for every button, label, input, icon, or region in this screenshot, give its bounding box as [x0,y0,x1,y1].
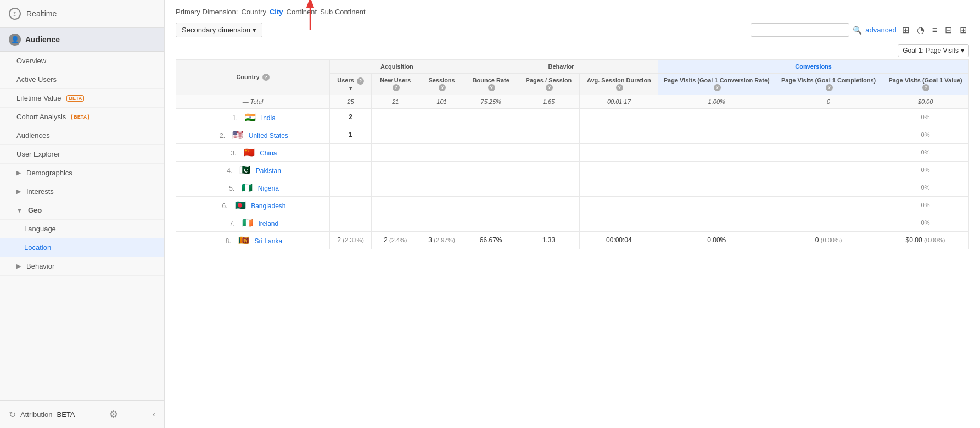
pakistan-avg [580,161,658,179]
sidebar-item-user-explorer[interactable]: User Explorer [0,145,164,164]
country-link-srilanka[interactable]: Sri Lanka [254,237,282,245]
goal-dropdown-button[interactable]: Goal 1: Page Visits ▾ [898,44,969,57]
pages-session-help-icon[interactable]: ? [546,84,553,91]
sidebar-attribution[interactable]: ↻ Attribution BETA [9,409,75,420]
china-completions [775,143,882,161]
sidebar-item-geo[interactable]: ▼ Geo [0,201,164,220]
country-link-china[interactable]: China [260,149,277,157]
india-sessions [419,108,464,126]
adjust-view-btn[interactable]: ⊟ [943,24,954,36]
nigeria-sessions [419,179,464,196]
collapse-sidebar-btn[interactable]: ‹ [153,409,155,419]
goal-dropdown-arrow: ▾ [961,47,964,54]
sidebar-item-overview[interactable]: Overview [0,52,164,70]
completions-help-icon[interactable]: ? [826,84,833,91]
geo-arrow: ▼ [16,207,23,214]
us-avg [580,126,658,143]
pakistan-bounce [464,161,518,179]
dim-city-link[interactable]: City [270,8,283,16]
new-users-help-icon[interactable]: ? [393,84,400,91]
dim-country-link[interactable]: Country [241,8,266,16]
india-rate [658,108,775,126]
col-header-country: Country ? [176,60,330,95]
country-link-pakistan[interactable]: Pakistan [256,167,281,175]
value-help-icon[interactable]: ? [922,84,929,91]
sidebar-item-demographics[interactable]: ▶ Demographics [0,164,164,182]
country-link-india[interactable]: India [261,114,276,122]
attribution-icon: ↻ [9,409,16,420]
rate-help-icon[interactable]: ? [714,84,721,91]
bounce-rate-help-icon[interactable]: ? [488,84,495,91]
table-row: 7. 🇮🇪 Ireland 0% [176,214,969,231]
total-bounce-rate: 75.25% [464,95,518,108]
srilanka-completions: 0 (0.00%) [775,231,882,249]
country-link-bangladesh[interactable]: Bangladesh [251,202,285,210]
country-link-us[interactable]: United States [249,132,288,140]
bangladesh-pages [518,196,580,214]
avg-session-help-icon[interactable]: ? [616,84,623,91]
toolbar-right: 🔍 advanced ⊞ ◔ ≡ ⊟ ⊞ [751,23,969,37]
row-num-pakistan: 4. [225,167,234,175]
india-completions [775,108,882,126]
bangladesh-new-users [372,196,419,214]
sidebar-realtime-section: ⏱ Realtime [0,0,164,28]
sidebar-item-audiences[interactable]: Audiences [0,126,164,145]
country-cell-ireland: 7. 🇮🇪 Ireland [176,214,330,231]
flag-ireland: 🇮🇪 [242,218,253,227]
country-link-ireland[interactable]: Ireland [258,220,278,227]
language-label: Language [24,225,56,233]
bangladesh-users [330,196,372,214]
sidebar-audience-header[interactable]: 👤 Audience [0,28,164,52]
row-num-bangladesh: 6. [220,202,229,210]
total-value: $0.00 [882,95,969,108]
nigeria-users [330,179,372,196]
total-label: — Total [176,95,330,108]
row-num-srilanka: 8. [223,237,233,245]
srilanka-value: $0.00 (0.00%) [882,231,969,249]
dim-subcontinent-link[interactable]: Sub Continent [320,8,365,16]
bangladesh-bounce [464,196,518,214]
sidebar-item-interests[interactable]: ▶ Interests [0,182,164,201]
pakistan-rate [658,161,775,179]
bangladesh-value: 0% [882,196,969,214]
sidebar-item-language[interactable]: Language [0,220,164,238]
search-button[interactable]: 🔍 [853,26,862,35]
sidebar-item-cohort-analysis[interactable]: Cohort Analysis BETA [0,108,164,126]
advanced-link[interactable]: advanced [865,26,896,34]
table-row: 4. 🇵🇰 Pakistan 0% [176,161,969,179]
sidebar-item-behavior[interactable]: ▶ Behavior [0,257,164,276]
col-header-conversions: Conversions [658,60,969,74]
pakistan-completions [775,161,882,179]
sessions-help-icon[interactable]: ? [439,84,446,91]
list-view-btn[interactable]: ≡ [930,24,939,36]
flag-nigeria: 🇳🇬 [242,183,253,192]
table-row: 2. 🇺🇸 United States 1 0% [176,126,969,143]
demographics-arrow: ▶ [16,169,21,176]
col-header-new-users: New Users ? [372,74,419,95]
pie-view-btn[interactable]: ◔ [915,24,927,36]
sidebar-item-location[interactable]: Location [0,238,164,257]
sidebar-audience-label: Audience [25,35,60,44]
primary-dimension-bar: Primary Dimension: Country City Continen… [165,0,980,19]
china-users [330,143,372,161]
dim-continent-link[interactable]: Continent [287,8,317,16]
country-help-icon[interactable]: ? [262,74,270,81]
cohort-analysis-beta: BETA [71,114,89,120]
sidebar-item-lifetime-value[interactable]: Lifetime Value BETA [0,89,164,108]
table-area: Goal 1: Page Visits ▾ Country ? Acquisit… [165,42,980,428]
grid-view-btn[interactable]: ⊞ [900,24,911,36]
audience-icon: 👤 [9,34,21,46]
realtime-icon: ⏱ [9,8,21,20]
table-view-btn[interactable]: ⊞ [957,24,969,36]
country-cell-bangladesh: 6. 🇧🇩 Bangladesh [176,196,330,214]
country-link-nigeria[interactable]: Nigeria [258,185,279,192]
china-rate [658,143,775,161]
pakistan-value: 0% [882,161,969,179]
sort-users-icon[interactable]: ▼ [348,85,354,91]
sidebar-item-active-users[interactable]: Active Users [0,70,164,89]
search-input[interactable] [751,23,849,37]
secondary-dimension-button[interactable]: Secondary dimension ▾ [176,23,262,37]
us-bounce [464,126,518,143]
users-help-icon[interactable]: ? [357,77,364,85]
settings-icon[interactable]: ⚙ [109,408,118,420]
